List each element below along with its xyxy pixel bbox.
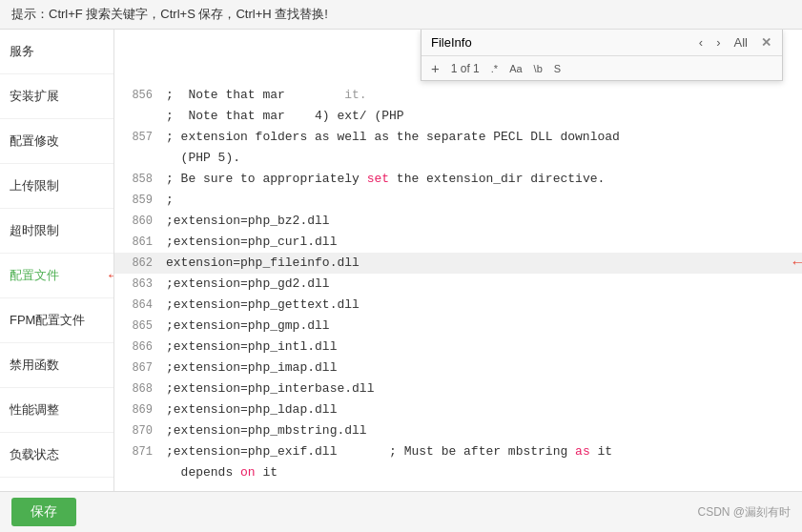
find-input[interactable]: [427, 33, 690, 51]
hint-text: 提示：Ctrl+F 搜索关键字，Ctrl+S 保存，Ctrl+H 查找替换!: [11, 7, 328, 21]
line-content: ;extension=php_gmp.dll: [162, 316, 802, 337]
code-line: 871 ;extension=php_exif.dll ; Must be af…: [114, 441, 802, 462]
code-line: 858 ; Be sure to appropriately set the e…: [114, 169, 802, 190]
code-line: 861 ;extension=php_curl.dll: [114, 232, 802, 253]
find-expand-button[interactable]: +: [427, 59, 443, 77]
code-line: 860 ;extension=php_bz2.dll: [114, 211, 802, 232]
code-line: depends on it: [114, 462, 802, 483]
find-bar-row1: ‹ › All ✕: [422, 30, 782, 56]
line-number: 857: [114, 127, 162, 148]
find-all-button[interactable]: All: [730, 33, 752, 51]
line-number: 866: [114, 337, 162, 358]
line-content: ;extension=php_curl.dll: [162, 232, 802, 253]
line-number: 858: [114, 169, 162, 190]
line-number: 860: [114, 211, 162, 232]
line-number: 859: [114, 190, 162, 211]
code-line: 857 ; extension folders as well as the s…: [114, 127, 802, 148]
sidebar-item-performance[interactable]: 性能调整: [0, 388, 113, 433]
line-number: 864: [114, 295, 162, 316]
line-number: 867: [114, 358, 162, 379]
line-number: 865: [114, 316, 162, 337]
code-line: 868 ;extension=php_interbase.dll: [114, 379, 802, 399]
code-editor[interactable]: 856 ; Note that mar it. ; Note that mar …: [114, 30, 802, 491]
line-number: 856: [114, 85, 162, 106]
line-content: ;extension=php_exif.dll ; Must be after …: [162, 441, 802, 462]
line-content: ; Note that mar it.: [162, 85, 802, 106]
code-line: 870 ;extension=php_mbstring.dll: [114, 420, 802, 441]
find-flag-word[interactable]: \b: [530, 62, 546, 75]
line-number: 869: [114, 399, 162, 420]
line-content: ;extension=php_mbstring.dll: [162, 420, 802, 441]
sidebar-item-fpm-config[interactable]: FPM配置文件: [0, 298, 113, 343]
find-next-button[interactable]: ›: [711, 33, 725, 51]
line-content: depends on it: [162, 462, 802, 483]
find-count: 1 of 1: [447, 62, 483, 75]
find-flag-regex[interactable]: .*: [487, 62, 502, 75]
main-content: 服务安装扩展配置修改上传限制超时限制配置文件←FPM配置文件禁用函数性能调整负载…: [0, 30, 802, 491]
line-content: (PHP 5).: [162, 148, 802, 169]
sidebar-item-timeout-limit[interactable]: 超时限制: [0, 209, 113, 254]
editor-area: ‹ › All ✕ + 1 of 1 .* Aa \b S 856 ; Note…: [114, 30, 802, 491]
code-line: 863 ;extension=php_gd2.dll: [114, 274, 802, 295]
line-content: ;extension=php_gd2.dll: [162, 274, 802, 295]
save-button[interactable]: 保存: [11, 498, 76, 526]
line-number: 868: [114, 379, 162, 399]
find-bar: ‹ › All ✕ + 1 of 1 .* Aa \b S: [421, 30, 783, 81]
line-content: ;extension=php_gettext.dll: [162, 295, 802, 316]
line-number: 870: [114, 420, 162, 441]
code-line: 856 ; Note that mar it.: [114, 85, 802, 106]
sidebar-arrow-icon: ←: [106, 267, 114, 284]
code-line: 866 ;extension=php_intl.dll: [114, 337, 802, 358]
sidebar-item-config-file[interactable]: 配置文件←: [0, 254, 113, 298]
line-content: extension=php_fileinfo.dll: [162, 253, 785, 274]
line-content: ; Note that mar 4) ext/ (PHP: [162, 106, 802, 127]
line-number: 871: [114, 441, 162, 462]
sidebar-item-forbidden-func[interactable]: 禁用函数: [0, 343, 113, 388]
find-bar-row2: + 1 of 1 .* Aa \b S: [422, 56, 782, 80]
line-number: 861: [114, 232, 162, 253]
line-content: ;extension=php_bz2.dll: [162, 211, 802, 232]
bottom-bar: 保存 CSDN @漏刻有时: [0, 491, 802, 532]
sidebar-item-upload-limit[interactable]: 上传限制: [0, 164, 113, 209]
arrow-indicator: ←: [792, 253, 802, 274]
watermark-text: CSDN @漏刻有时: [697, 504, 791, 521]
line-content: ;extension=php_ldap.dll: [162, 399, 802, 420]
code-line: 867 ;extension=php_imap.dll: [114, 358, 802, 379]
line-number: 863: [114, 274, 162, 295]
line-content: ;: [162, 190, 802, 211]
find-close-button[interactable]: ✕: [756, 33, 776, 51]
top-bar: 提示：Ctrl+F 搜索关键字，Ctrl+S 保存，Ctrl+H 查找替换!: [0, 0, 802, 30]
line-content: ; extension folders as well as the separ…: [162, 127, 802, 148]
find-prev-button[interactable]: ‹: [694, 33, 708, 51]
sidebar-item-session-config[interactable]: Session配置: [0, 478, 113, 491]
sidebar-item-service[interactable]: 服务: [0, 30, 113, 74]
line-content: ;extension=php_imap.dll: [162, 358, 802, 379]
code-line: 865 ;extension=php_gmp.dll: [114, 316, 802, 337]
code-line: 859 ;: [114, 190, 802, 211]
find-flag-case[interactable]: Aa: [505, 62, 525, 75]
line-number: 862: [114, 253, 162, 274]
sidebar-item-install-extension[interactable]: 安装扩展: [0, 74, 113, 119]
code-line: (PHP 5).: [114, 148, 802, 169]
code-line-highlighted: 862 extension=php_fileinfo.dll ←: [114, 253, 802, 274]
sidebar-item-config-modify[interactable]: 配置修改: [0, 119, 113, 164]
line-content: ; Be sure to appropriately set the exten…: [162, 169, 802, 190]
line-content: ;extension=php_intl.dll: [162, 337, 802, 358]
code-line: ; Note that mar 4) ext/ (PHP: [114, 106, 802, 127]
sidebar: 服务安装扩展配置修改上传限制超时限制配置文件←FPM配置文件禁用函数性能调整负载…: [0, 30, 114, 491]
sidebar-item-load-status[interactable]: 负载状态: [0, 433, 113, 478]
code-line: 869 ;extension=php_ldap.dll: [114, 399, 802, 420]
find-flag-s[interactable]: S: [550, 62, 565, 75]
line-content: ;extension=php_interbase.dll: [162, 379, 802, 399]
code-line: 864 ;extension=php_gettext.dll: [114, 295, 802, 316]
